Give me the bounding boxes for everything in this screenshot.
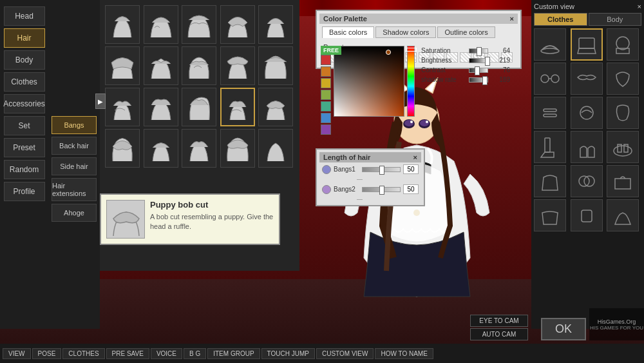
hair-item-17[interactable] — [144, 129, 178, 168]
palette-tab-shadow[interactable]: Shadow colors — [375, 26, 436, 38]
custom-item-10[interactable] — [534, 131, 566, 163]
swatch-orange[interactable] — [321, 66, 331, 77]
custom-item-11[interactable] — [571, 131, 603, 163]
swatch-blue[interactable] — [321, 113, 331, 123]
brightness-slider[interactable] — [469, 58, 488, 63]
sidebar-item-profile[interactable]: Profile — [4, 182, 45, 201]
sidebar-item-set[interactable]: Set — [4, 116, 45, 135]
pose-button[interactable]: POSE — [32, 348, 62, 359]
saturation-slider[interactable] — [469, 48, 488, 54]
hue-bar[interactable] — [407, 46, 415, 117]
submenu-hair-extensions[interactable]: Hair extensions — [52, 178, 97, 201]
hair-item-18[interactable] — [182, 129, 216, 168]
hair-item-12[interactable] — [144, 88, 178, 126]
custom-item-17[interactable] — [571, 199, 603, 231]
sidebar-item-preset[interactable]: Preset — [4, 138, 45, 157]
saturation-row: Saturation 64 — [417, 46, 514, 55]
custom-item-2-selected[interactable] — [571, 28, 603, 61]
custom-tab-body[interactable]: Body — [589, 13, 642, 26]
svg-rect-1 — [579, 38, 594, 48]
tooltip-description: A bob cut resembling a puppy. Give the h… — [150, 212, 274, 232]
shadow-rate-slider[interactable] — [469, 77, 488, 83]
custom-tab-clothes[interactable]: Clothes — [534, 13, 587, 26]
custom-item-9[interactable] — [607, 97, 639, 129]
sidebar-item-hair[interactable]: Hair — [4, 28, 45, 48]
swatch-green[interactable] — [321, 90, 331, 100]
hair-item-16[interactable] — [105, 129, 140, 168]
voice-button[interactable]: VOICE — [151, 348, 182, 359]
swatch-teal[interactable] — [321, 101, 331, 112]
custom-item-13[interactable] — [534, 165, 566, 197]
view-button[interactable]: VIEW — [3, 348, 31, 359]
custom-item-16[interactable] — [534, 199, 566, 231]
sidebar-item-random[interactable]: Random — [4, 160, 45, 179]
sidebar-item-accessories[interactable]: Accessories — [4, 94, 45, 113]
custom-item-7[interactable] — [534, 97, 566, 129]
bangs1-label: Bangs1 — [334, 166, 359, 173]
hair-item-6[interactable] — [105, 46, 140, 85]
hair-item-5[interactable] — [258, 5, 293, 44]
submenu-bangs[interactable]: Bangs — [52, 116, 97, 134]
hair-submenu-arrow[interactable]: ▶ — [95, 93, 106, 109]
tooltip-title: Puppy bob cut — [150, 200, 274, 210]
ok-button[interactable]: OK — [541, 318, 586, 340]
submenu-side-hair[interactable]: Side hair — [52, 157, 97, 175]
pre-save-button[interactable]: PRE SAVE — [106, 348, 149, 359]
touch-jump-button[interactable]: TOUCH JUMP — [261, 348, 315, 359]
saturation-label: Saturation — [421, 47, 466, 54]
hair-item-1[interactable] — [105, 5, 140, 44]
custom-item-3[interactable] — [607, 28, 639, 61]
camera-buttons: EYE TO CAM AUTO CAM — [470, 315, 528, 340]
custom-item-12[interactable] — [607, 131, 639, 163]
custom-view-close[interactable]: × — [638, 3, 641, 10]
eye-to-cam-button[interactable]: EYE TO CAM — [470, 315, 528, 327]
bg-button[interactable]: B G — [184, 348, 206, 359]
bangs2-slider[interactable] — [362, 187, 401, 192]
color-gradient-picker[interactable] — [334, 46, 404, 117]
hair-item-3[interactable] — [182, 5, 216, 44]
palette-tab-basic[interactable]: Basic colors — [322, 26, 374, 38]
color-palette-title: Color Palette × — [319, 14, 518, 24]
item-group-button[interactable]: ITEM GROUP — [207, 348, 260, 359]
contrast-slider[interactable] — [469, 68, 488, 73]
custom-item-4[interactable] — [534, 63, 566, 95]
swatch-purple[interactable] — [321, 124, 331, 135]
custom-item-15[interactable] — [607, 165, 639, 197]
sidebar-item-head[interactable]: Head — [4, 6, 45, 26]
hair-item-15[interactable] — [258, 88, 293, 126]
submenu-back-hair[interactable]: Back hair — [52, 137, 97, 155]
hair-item-4[interactable] — [220, 5, 255, 44]
bangs1-slider[interactable] — [362, 167, 401, 172]
custom-item-18[interactable] — [607, 199, 639, 231]
sidebar-item-body[interactable]: Body — [4, 50, 45, 70]
hair-item-10[interactable] — [258, 46, 293, 85]
palette-tab-outline[interactable]: Outline colors — [437, 26, 495, 38]
custom-item-6[interactable] — [607, 63, 639, 95]
hair-item-9[interactable] — [220, 46, 255, 85]
how-to-name-button[interactable]: HOW TO NAME — [375, 348, 433, 359]
custom-item-14[interactable] — [571, 165, 603, 197]
custom-item-1[interactable] — [534, 28, 566, 61]
custom-item-5[interactable] — [571, 63, 603, 95]
hair-item-2[interactable] — [144, 5, 178, 44]
hair-item-11[interactable] — [105, 88, 140, 126]
hair-item-7[interactable] — [144, 46, 178, 85]
swatch-red[interactable] — [321, 55, 331, 65]
hair-item-8[interactable] — [182, 46, 216, 85]
auto-cam-button[interactable]: AUTO CAM — [470, 328, 528, 340]
hair-item-13[interactable] — [182, 88, 216, 126]
hair-length-close[interactable]: × — [413, 153, 417, 161]
custom-view-button[interactable]: CUSTOM VIEW — [316, 348, 374, 359]
color-palette-close[interactable]: × — [510, 15, 514, 23]
hair-item-14-selected[interactable] — [220, 88, 255, 126]
hair-item-20[interactable] — [258, 129, 293, 168]
swatch-yellow[interactable] — [321, 78, 331, 88]
custom-item-8[interactable] — [571, 97, 603, 129]
sidebar-item-clothes[interactable]: Clothes — [4, 72, 45, 92]
submenu-ahoge[interactable]: Ahoge — [52, 204, 97, 222]
color-palette-panel: Color Palette × Basic colors Shadow colo… — [316, 10, 522, 69]
clothes-button[interactable]: CLOTHES — [62, 348, 104, 359]
tooltip-image — [106, 200, 145, 239]
svg-point-0 — [541, 48, 559, 54]
hair-item-19[interactable] — [220, 129, 255, 168]
